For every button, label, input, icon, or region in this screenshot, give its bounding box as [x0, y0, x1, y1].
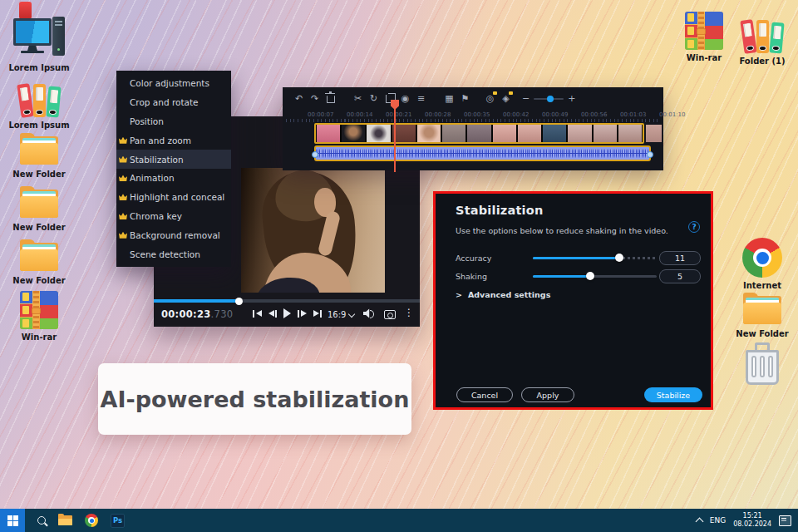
- menu-item-pan-and-zoom[interactable]: Pan and zoom: [116, 131, 231, 150]
- accuracy-value[interactable]: 11: [659, 251, 701, 265]
- tray-chevron-up-icon[interactable]: [695, 518, 703, 526]
- stabilization-dialog: Stabilization Use the options below to r…: [433, 191, 713, 410]
- timeline-toolbar: ↶ ↷ ✂ ↻ ◉ ≡ ▦ ⚑ ◎ ◈ − +: [283, 87, 663, 110]
- skip-start-button[interactable]: [253, 310, 262, 318]
- dialog-description: Use the options below to reduce shaking …: [456, 226, 668, 235]
- winrar-icon: [685, 12, 723, 50]
- accuracy-row: Accuracy 11: [456, 252, 701, 264]
- stabilize-button[interactable]: Stabilize: [644, 387, 702, 402]
- taskbar-chrome[interactable]: [85, 514, 98, 527]
- advanced-settings-label: Advanced settings: [468, 290, 550, 299]
- motion-tracking-icon[interactable]: ◈: [498, 87, 514, 110]
- prev-frame-button[interactable]: [268, 310, 278, 318]
- delete-icon[interactable]: [323, 87, 338, 110]
- ruler-label: 00:00:14: [347, 111, 372, 118]
- search-icon: [37, 516, 46, 525]
- notification-center-icon[interactable]: [779, 515, 791, 526]
- redo-icon[interactable]: ↷: [307, 87, 323, 110]
- properties-icon[interactable]: ≡: [413, 87, 429, 110]
- slider-handle[interactable]: [586, 272, 594, 280]
- accuracy-slider[interactable]: [533, 257, 657, 259]
- next-frame-button[interactable]: [298, 310, 307, 318]
- folder-icon: [743, 293, 781, 326]
- clock-time: 15:21: [743, 512, 762, 520]
- trash-icon: [744, 342, 781, 386]
- video-clip-selected[interactable]: [314, 123, 644, 144]
- desktop-icon-computer[interactable]: Lorem Ipsum: [7, 17, 71, 72]
- playhead-line: [394, 102, 396, 172]
- desktop-icon-binders[interactable]: Lorem Ipsum: [7, 81, 71, 130]
- video-clip-fragment[interactable]: [646, 125, 662, 142]
- desktop-icon-winrar[interactable]: Win-rar: [7, 291, 71, 342]
- tools-context-menu: Color adjustments Crop and rotate Positi…: [116, 71, 231, 267]
- volume-icon[interactable]: [363, 308, 375, 318]
- slider-handle[interactable]: [615, 254, 623, 262]
- desktop-icon-folder[interactable]: New Folder: [7, 239, 71, 285]
- start-button[interactable]: [0, 509, 25, 532]
- language-indicator[interactable]: ENG: [710, 516, 726, 525]
- skip-end-button[interactable]: [313, 310, 323, 318]
- timeline-ruler[interactable]: 00:00:07 00:00:14 00:00:21 00:00:28 00:0…: [283, 110, 663, 123]
- menu-item-background-removal[interactable]: Background removal: [116, 225, 231, 244]
- menu-item-scene-detection[interactable]: Scene detection: [116, 244, 231, 264]
- aspect-ratio-dropdown[interactable]: 16:9: [328, 310, 354, 319]
- desktop-icon-winrar[interactable]: Win-rar: [672, 12, 736, 62]
- menu-item-animation[interactable]: Animation: [116, 169, 231, 188]
- ruler-label: 00:01:03: [620, 111, 646, 118]
- advanced-settings-toggle[interactable]: > Advanced settings: [456, 290, 550, 299]
- desktop-icon-folder[interactable]: New Folder: [7, 186, 71, 232]
- zoom-slider[interactable]: [534, 98, 564, 100]
- menu-item-label: Chroma key: [130, 211, 182, 221]
- cancel-button[interactable]: Cancel: [456, 387, 513, 402]
- stabilization-tool-icon[interactable]: ◎: [482, 87, 498, 110]
- play-button[interactable]: [283, 308, 291, 318]
- menu-item-color-adjustments[interactable]: Color adjustments: [116, 74, 231, 93]
- split-icon[interactable]: ✂: [350, 87, 366, 110]
- menu-item-highlight-and-conceal[interactable]: Highlight and conceal: [116, 188, 231, 207]
- audio-track-selected[interactable]: [314, 145, 651, 161]
- clip-thumbnail: [568, 125, 591, 142]
- menu-item-label: Crop and rotate: [130, 97, 199, 107]
- speed-icon[interactable]: ◉: [397, 87, 413, 110]
- chevron-right-icon: >: [456, 290, 462, 299]
- picture-in-picture-icon[interactable]: ▦: [441, 87, 457, 110]
- clock-date: 08.02.2024: [733, 520, 771, 529]
- slider-fill: [533, 257, 619, 259]
- folder-icon: [20, 133, 58, 166]
- clip-thumbnail: [442, 125, 466, 142]
- shaking-value[interactable]: 5: [659, 269, 701, 283]
- zoom-slider-handle[interactable]: [547, 96, 554, 102]
- taskbar-explorer[interactable]: [58, 515, 72, 525]
- more-options-icon[interactable]: ⋮: [404, 307, 414, 318]
- undo-icon[interactable]: ↶: [291, 87, 307, 110]
- taskbar-clock[interactable]: 15:21 08.02.2024: [733, 512, 771, 530]
- menu-item-stabilization[interactable]: Stabilization: [116, 150, 231, 169]
- taskbar-search-icon[interactable]: [37, 516, 46, 525]
- ruler-label: 00:00:42: [503, 111, 529, 118]
- clip-thumbnail: [493, 125, 516, 142]
- seek-bar[interactable]: [154, 299, 420, 303]
- snapshot-icon[interactable]: [384, 310, 396, 319]
- chevron-down-icon: [348, 310, 355, 317]
- desktop-icon-folder[interactable]: New Folder: [7, 133, 71, 179]
- menu-item-chroma-key[interactable]: Chroma key: [116, 207, 231, 226]
- zoom-out-icon[interactable]: −: [522, 93, 530, 104]
- desktop-icon-internet[interactable]: Internet: [730, 238, 795, 290]
- desktop-icon-binders[interactable]: Folder (1): [730, 17, 795, 66]
- taskbar-photoshop[interactable]: Ps: [111, 514, 125, 528]
- desktop-icon-recycle-bin[interactable]: [730, 342, 795, 386]
- seek-handle[interactable]: [235, 298, 243, 305]
- rotate-icon[interactable]: ↻: [366, 87, 382, 110]
- zoom-in-icon[interactable]: +: [568, 93, 575, 104]
- menu-item-crop-and-rotate[interactable]: Crop and rotate: [116, 93, 231, 112]
- chrome-icon: [742, 238, 782, 278]
- banner-text: AI-powered stabilization: [101, 387, 410, 412]
- premium-crown-icon: [119, 213, 127, 219]
- menu-item-position[interactable]: Position: [116, 112, 231, 131]
- marker-icon[interactable]: ⚑: [457, 87, 473, 110]
- help-icon[interactable]: ?: [688, 221, 700, 233]
- desktop-icon-folder[interactable]: New Folder: [730, 293, 795, 338]
- clip-thumbnail: [417, 125, 441, 142]
- shaking-slider[interactable]: [533, 275, 657, 278]
- apply-button[interactable]: Apply: [521, 387, 574, 402]
